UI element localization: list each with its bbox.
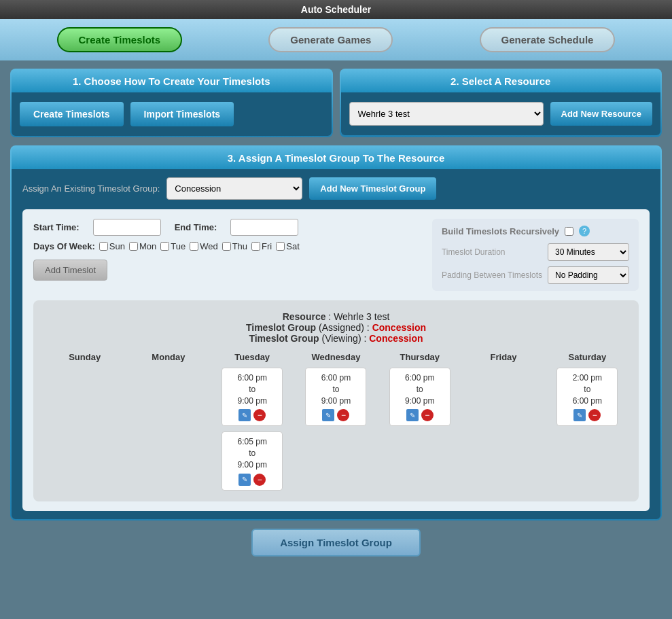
edit-icon-thu-1[interactable]: ✎ (406, 409, 419, 421)
viewing-tag: (Viewing) : (321, 333, 369, 344)
timeslot-form: Start Time: End Time: Days Of Week: Sun … (22, 209, 650, 511)
timeslot-card-tue-2: 6:05 pmto9:00 pm ✎ − (222, 431, 283, 490)
resource-select[interactable]: Wehrle 3 test (349, 102, 544, 126)
timeslot-buttons: Create Timeslots Import Timeslots (20, 102, 323, 126)
delete-icon-thu-1[interactable]: − (421, 409, 434, 421)
cal-cell-tuesday: 6:00 pmto9:00 pm ✎ − 6:05 pmto9:00 pm ✎ (212, 368, 293, 491)
timeslot-sat-1-time: 2:00 pmto6:00 pm (563, 372, 612, 406)
day-wed[interactable]: Wed (190, 241, 218, 251)
nav-bar: Create Timeslots Generate Games Generate… (0, 19, 672, 60)
delete-icon-tue-1[interactable]: − (253, 409, 266, 421)
cal-viewing-line: Timeslot Group (Viewing) : Concession (44, 333, 628, 344)
day-fri[interactable]: Fri (251, 241, 272, 251)
edit-icon-wed-1[interactable]: ✎ (322, 409, 334, 421)
assign-label: Assign An Existing Timeslot Group: (22, 183, 160, 194)
cal-cell-sunday (44, 368, 125, 491)
assigned-group: Concession (372, 322, 426, 333)
cal-cell-thursday: 6:00 pmto9:00 pm ✎ − (379, 368, 460, 491)
recursive-label: Build Timeslots Recursively (442, 226, 559, 236)
step1-body: Create Timeslots Import Timeslots (12, 92, 332, 136)
nav-generate-games[interactable]: Generate Games (268, 27, 393, 52)
days-label: Days Of Week: (33, 241, 95, 251)
step3-header: 3. Assign A Timeslot Group To The Resour… (12, 147, 660, 169)
checkbox-thu[interactable] (222, 242, 231, 251)
nav-create-timeslots[interactable]: Create Timeslots (57, 27, 183, 52)
start-time-label: Start Time: (33, 222, 79, 232)
delete-icon-wed-1[interactable]: − (337, 409, 349, 421)
cal-cell-friday (463, 368, 544, 491)
import-timeslots-button[interactable]: Import Timeslots (130, 102, 234, 126)
cal-cell-monday (128, 368, 209, 491)
timeslot-tue-2-time: 6:05 pmto9:00 pm (228, 436, 277, 470)
checkbox-sun[interactable] (99, 242, 108, 251)
assign-group-row: Assign An Existing Timeslot Group: Conce… (22, 177, 650, 200)
top-sections: 1. Choose How To Create Your Timeslots C… (10, 69, 662, 137)
timeslot-card-thu-1: 6:00 pmto9:00 pm ✎ − (389, 368, 450, 426)
resource-colon: : (328, 311, 334, 322)
duration-label: Timeslot Duration (442, 247, 506, 257)
resource-row: Wehrle 3 test Add New Resource (349, 102, 653, 126)
step2-header: 2. Select A Resource (341, 70, 661, 92)
checkbox-sat[interactable] (276, 242, 285, 251)
edit-icon-tue-2[interactable]: ✎ (238, 474, 251, 486)
cal-assigned-line: Timeslot Group (Assigned) : Concession (44, 322, 628, 333)
day-sun[interactable]: Sun (99, 241, 125, 251)
nav-generate-schedule[interactable]: Generate Schedule (480, 27, 616, 52)
card-icons-sat-1: ✎ − (563, 409, 612, 421)
day-tue[interactable]: Tue (160, 241, 185, 251)
edit-icon-sat-1[interactable]: ✎ (573, 409, 586, 421)
calendar-grid: Sunday Monday Tuesday Wednesday Thursday… (44, 349, 628, 491)
timeslot-wed-1-time: 6:00 pmto9:00 pm (311, 372, 360, 406)
timeslot-card-sat-1: 2:00 pmto6:00 pm ✎ − (556, 368, 618, 426)
time-row: Start Time: End Time: (33, 219, 419, 236)
checkbox-tue[interactable] (160, 242, 169, 251)
padding-label: Padding Between Timeslots (442, 270, 542, 280)
day-header-friday: Friday (463, 349, 544, 365)
cal-resource-line: Resource : Wehrle 3 test (44, 311, 628, 322)
card-icons-wed-1: ✎ − (311, 409, 360, 421)
card-icons-thu-1: ✎ − (395, 409, 444, 421)
add-resource-button[interactable]: Add New Resource (550, 102, 652, 126)
padding-row: Padding Between Timeslots No Padding (442, 266, 629, 284)
step3-body: Assign An Existing Timeslot Group: Conce… (12, 169, 660, 519)
card-icons-tue-1: ✎ − (228, 409, 277, 421)
timeslot-card-wed-1: 6:00 pmto9:00 pm ✎ − (305, 368, 366, 426)
day-header-sunday: Sunday (44, 349, 125, 365)
create-timeslots-button[interactable]: Create Timeslots (20, 102, 124, 126)
days-row: Days Of Week: Sun Mon Tue Wed Thu Fri Sa… (33, 241, 419, 251)
assigned-tag: (Assigned) : (319, 322, 372, 333)
duration-select[interactable]: 30 Minutes (548, 243, 629, 261)
timeslot-tue-1-time: 6:00 pmto9:00 pm (228, 372, 277, 406)
checkbox-wed[interactable] (190, 242, 198, 251)
edit-icon-tue-1[interactable]: ✎ (238, 409, 251, 421)
main-content: 1. Choose How To Create Your Timeslots C… (0, 60, 672, 565)
card-icons-tue-2: ✎ − (228, 474, 277, 486)
add-timeslot-button[interactable]: Add Timeslot (33, 260, 107, 281)
padding-select[interactable]: No Padding (548, 266, 629, 284)
checkbox-mon[interactable] (129, 242, 138, 251)
delete-icon-sat-1[interactable]: − (588, 409, 601, 421)
recursive-row: Build Timeslots Recursively ? (442, 226, 629, 236)
app-title: Auto Scheduler (301, 4, 371, 15)
add-timeslot-group-button[interactable]: Add New Timeslot Group (309, 177, 436, 200)
step2-body: Wehrle 3 test Add New Resource (341, 92, 661, 135)
day-mon[interactable]: Mon (129, 241, 156, 251)
delete-icon-tue-2[interactable]: − (253, 474, 266, 486)
assign-timeslot-group-button[interactable]: Assign Timeslot Group (251, 529, 421, 556)
recursive-checkbox[interactable] (565, 227, 573, 236)
day-header-monday: Monday (128, 349, 209, 365)
duration-row: Timeslot Duration 30 Minutes (442, 243, 629, 261)
start-time-input[interactable] (93, 219, 161, 236)
help-icon[interactable]: ? (579, 226, 590, 236)
day-sat[interactable]: Sat (276, 241, 300, 251)
timeslot-group-select[interactable]: Concession (166, 177, 302, 200)
checkbox-fri[interactable] (251, 242, 260, 251)
step1-header: 1. Choose How To Create Your Timeslots (12, 70, 332, 92)
day-thu[interactable]: Thu (222, 241, 247, 251)
cal-cell-saturday: 2:00 pmto6:00 pm ✎ − (547, 368, 628, 491)
cal-cell-wednesday: 6:00 pmto9:00 pm ✎ − (296, 368, 376, 491)
timeslot-card-tue-1: 6:00 pmto9:00 pm ✎ − (222, 368, 283, 426)
form-split: Start Time: End Time: Days Of Week: Sun … (33, 219, 639, 291)
end-time-input[interactable] (230, 219, 298, 236)
resource-name: Wehrle 3 test (334, 311, 389, 322)
